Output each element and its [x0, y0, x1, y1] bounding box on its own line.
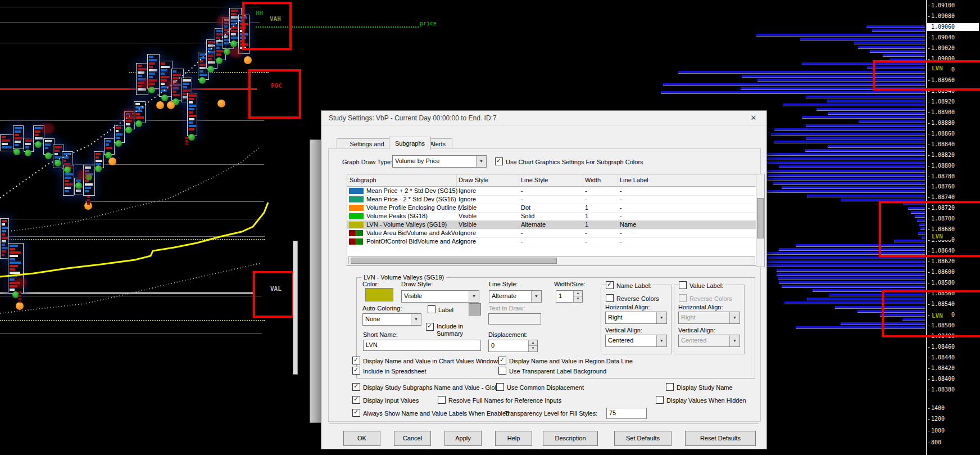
footprint-row [76, 179, 81, 182]
table-cell: - [521, 238, 523, 245]
footprint-row [96, 153, 101, 155]
subgraph-color-swatch [349, 222, 364, 228]
footprint-row [161, 62, 165, 65]
background-window-edge[interactable] [310, 139, 321, 423]
checkbox-include-in-spreadsheet[interactable]: Include in Spreadsheet [352, 367, 427, 375]
tab-subgraphs[interactable]: Subgraphs [389, 137, 431, 150]
volume-profile-bar [783, 103, 925, 106]
close-icon[interactable]: ✕ [748, 113, 759, 123]
subgraph-color-swatch [349, 230, 356, 236]
auto-coloring-combo[interactable]: None▼ [362, 313, 421, 326]
checkbox-always-show-labels[interactable]: Always Show Name and Value Labels When E… [352, 409, 509, 417]
table-row[interactable]: Value Area BidVolume and AskVo...Ignore-… [347, 229, 756, 238]
value-vertical-align-combo[interactable]: Centered▼ [678, 335, 740, 347]
button-ok[interactable]: OK [343, 431, 380, 446]
name-horizontal-align-combo[interactable]: Right▼ [605, 312, 667, 324]
button-help[interactable]: Help [495, 431, 532, 446]
checkbox-include-in-summary[interactable]: Include inSummary [426, 323, 463, 337]
checkbox-common-displacement[interactable]: Use Common Displacement [496, 383, 584, 391]
footprint-row [216, 53, 221, 56]
chevron-down-icon[interactable]: ▼ [656, 312, 666, 323]
signal-dot [167, 101, 175, 109]
checkbox-display-values-hidden[interactable]: Display Values When Hidden [656, 396, 746, 404]
chevron-down-icon[interactable]: ▼ [729, 335, 739, 346]
button-reset-defaults[interactable]: Reset Defaults [685, 431, 756, 446]
footprint-row [216, 37, 220, 39]
checkbox-label[interactable]: Label [428, 305, 453, 313]
checkbox-resolve-full-names[interactable]: Resolve Full Names for Reference Inputs [438, 396, 561, 404]
volume-peak-dot [207, 66, 214, 73]
checkbox-display-study-name[interactable]: Display Study Name [666, 383, 733, 391]
checkbox-global-name-value[interactable]: Display Study Subgraphs Name and Value -… [352, 383, 503, 391]
table-cell: 1 [585, 204, 588, 211]
graph-draw-type-combo[interactable]: Volume by Price ▼ [392, 155, 487, 168]
candle [159, 61, 173, 97]
chevron-down-icon[interactable]: ▼ [469, 291, 479, 302]
checkbox-transparent-label-bg[interactable]: Use Transparent Label Background [498, 367, 606, 375]
table-row[interactable]: Mean Price - 2 * Std Dev (SG16)Ignore--- [347, 195, 756, 204]
footprint-row [85, 187, 91, 189]
checkbox-box [679, 281, 687, 289]
checkbox-value-reverse-colors[interactable]: Reverse Colors [679, 294, 732, 302]
table-row[interactable]: PointOfControl BidVolume and Ask...Ignor… [347, 237, 756, 246]
transparency-input[interactable]: 75 [606, 408, 647, 419]
background-window-edge2[interactable] [293, 241, 298, 375]
price-label: -1.08900 [927, 109, 980, 116]
checkbox-display-input-values[interactable]: Display Input Values [352, 396, 419, 404]
table-row[interactable]: Mean Price + 2 * Std Dev (SG15)Ignore--- [347, 187, 756, 196]
table-row[interactable]: LVN - Volume Valleys (SG19)VisibleAltern… [347, 220, 756, 229]
checkbox-name-label[interactable]: Name Label: [606, 282, 651, 289]
checkbox-box [656, 396, 664, 404]
label-color-button[interactable] [469, 303, 481, 316]
footprint-row [10, 255, 18, 257]
checkbox-name-reverse-colors[interactable]: Reverse Colors [606, 294, 659, 302]
chevron-down-icon[interactable]: ▼ [656, 335, 666, 346]
short-name-input[interactable]: LVN [363, 340, 481, 351]
button-apply[interactable]: Apply [444, 431, 482, 446]
table-cell: Volume Profile Enclosing Outline (... [366, 204, 465, 211]
button-description[interactable]: Description [543, 431, 598, 446]
checkbox-display-chart-values[interactable]: Display Name and Value in Chart Values W… [352, 357, 501, 364]
current-price-label: price [420, 20, 437, 26]
chevron-down-icon[interactable]: ▼ [531, 291, 541, 302]
signal-dot [244, 56, 252, 64]
table-vertical-scrollbar[interactable] [756, 174, 765, 267]
red-blob [166, 79, 180, 90]
table-row[interactable]: Volume Profile Enclosing Outline (...Vis… [347, 204, 756, 213]
chevron-down-icon[interactable]: ▼ [729, 312, 739, 323]
footprint-row [161, 76, 170, 78]
red-blob [13, 277, 27, 288]
text-to-draw-input[interactable] [488, 313, 541, 325]
trading-app-screen: HH VAH POC VAL price -1.09100-1.09080-1.… [0, 0, 980, 455]
subgraph-table[interactable]: Subgraph Draw Style Line Style Width Lin… [347, 174, 757, 266]
volume-scale-label: -1400 [927, 404, 980, 412]
button-cancel[interactable]: Cancel [394, 431, 431, 446]
footprint-row [116, 137, 120, 139]
draw-style-combo[interactable]: Visible▼ [401, 290, 479, 303]
width-size-spinner[interactable]: 1 ▲▼ [556, 290, 583, 303]
chevron-down-icon[interactable]: ▼ [411, 314, 421, 325]
color-swatch-button[interactable] [365, 288, 393, 301]
footprint-row [189, 121, 193, 124]
displacement-spinner[interactable]: 0 ▲▼ [488, 340, 538, 352]
volume-profile-bar [773, 182, 925, 185]
volume-profile-bar [802, 116, 925, 119]
line-style-combo[interactable]: Alternate▼ [489, 290, 542, 303]
button-set-defaults[interactable]: Set Defaults [614, 431, 672, 446]
value-horizontal-align-combo[interactable]: Right▼ [678, 312, 740, 324]
checkbox-use-chart-graphics[interactable]: Use Chart Graphics Settings For Subgraph… [495, 157, 643, 165]
table-horizontal-scrollbar[interactable] [348, 256, 755, 264]
chevron-down-icon[interactable]: ▼ [476, 156, 486, 167]
tab-settings-and-inputs[interactable]: Settings and Inputs [337, 138, 397, 150]
checkbox-value-label[interactable]: Value Label: [679, 282, 723, 289]
checkbox-display-region-data[interactable]: Display Name and Value in Region Data Li… [498, 357, 633, 364]
spinner-down-icon[interactable]: ▼ [528, 345, 537, 352]
name-vertical-align-combo[interactable]: Centered▼ [605, 335, 667, 347]
footprint-row [231, 13, 237, 15]
table-row[interactable]: Volume Peaks (SG18)VisibleSolid1- [347, 212, 756, 221]
footprint-row [135, 116, 144, 119]
footprint-row [15, 134, 19, 136]
spinner-down-icon[interactable]: ▼ [573, 296, 582, 302]
footprint-row [85, 190, 89, 192]
dialog-titlebar[interactable]: Study Settings: VbP - Current Day 00:00:… [321, 111, 766, 126]
